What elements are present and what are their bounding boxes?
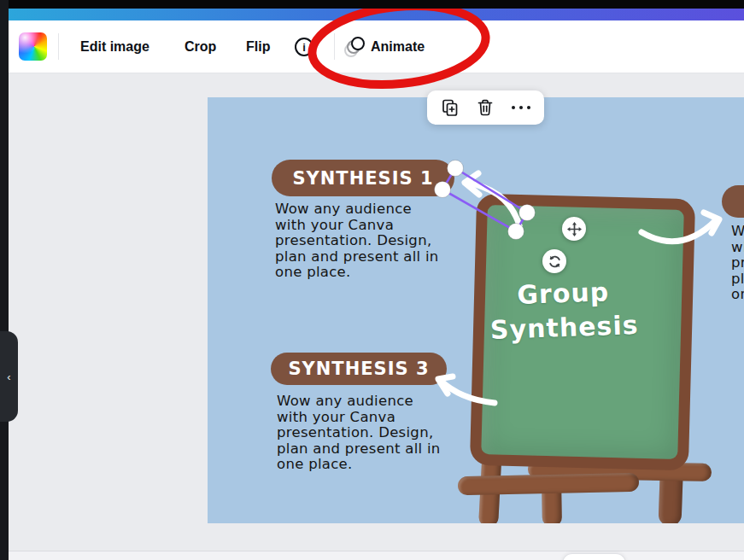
rotate-icon — [548, 254, 562, 269]
body3-line2: with your Canva — [277, 410, 441, 426]
duplicate-button[interactable] — [437, 95, 463, 120]
chevron-left-icon: ‹ — [7, 371, 10, 382]
move-cross-icon — [567, 222, 582, 236]
animate-icon[interactable] — [344, 37, 367, 58]
more-options-button[interactable] — [508, 95, 534, 120]
body2-line1: Wow any audience — [731, 224, 744, 240]
info-button[interactable]: i — [295, 38, 313, 56]
synthesis1-label: SYNTHESIS 1 — [292, 168, 433, 189]
body1-line3: presentation. Design, — [275, 233, 439, 249]
board-title[interactable]: Group Synthesis — [487, 274, 641, 347]
top-gradient-strip — [0, 9, 744, 20]
left-edge-strip — [0, 0, 9, 560]
body3-line5: one place. — [277, 457, 441, 473]
body-text-2-partial[interactable]: Wow any audience with your Canva present… — [731, 224, 744, 303]
body2-line3: presentation. Design, — [731, 255, 744, 271]
board-title-line2: Synthesis — [488, 308, 641, 347]
top-toolbar: Edit image Crop Flip i Animate — [0, 20, 744, 73]
body1-line2: with your Canva — [275, 218, 439, 234]
canva-editor: Group Synthesis SYNTHESIS 1 Wow any audi… — [0, 0, 744, 560]
synthesis3-label: SYNTHESIS 3 — [288, 359, 429, 379]
floating-toolbar — [427, 90, 544, 125]
body2-line2: with your Canva — [731, 240, 744, 256]
body2-line4: plan and present all in — [731, 271, 744, 288]
rotate-handle[interactable] — [542, 249, 566, 273]
body-text-1[interactable]: Wow any audience with your Canva present… — [275, 201, 439, 281]
synthesis1-pill[interactable]: SYNTHESIS 1 — [272, 160, 454, 196]
delete-button[interactable] — [472, 95, 498, 120]
body1-line5: one place. — [275, 265, 439, 281]
bottom-bar — [0, 551, 744, 560]
top-black-bar — [0, 0, 744, 9]
body1-line4: plan and present all in — [275, 249, 439, 265]
board-title-line1: Group — [487, 274, 640, 313]
trash-icon — [476, 98, 495, 117]
body1-line1: Wow any audience — [275, 201, 439, 218]
flip-button[interactable]: Flip — [246, 20, 270, 73]
toolbar-divider-2 — [334, 33, 335, 60]
crop-button[interactable]: Crop — [185, 20, 216, 73]
synthesis3-pill[interactable]: SYNTHESIS 3 — [271, 353, 447, 385]
synthesis2-pill-partial[interactable] — [722, 185, 744, 218]
edit-image-button[interactable]: Edit image — [80, 20, 149, 73]
body3-line1: Wow any audience — [277, 394, 441, 410]
bottom-control-pill[interactable] — [562, 553, 626, 560]
sidebar-collapse-tab[interactable]: ‹ — [0, 331, 18, 422]
body-text-3[interactable]: Wow any audience with your Canva present… — [277, 394, 441, 473]
color-swatch-button[interactable] — [19, 32, 47, 61]
move-handle[interactable] — [562, 217, 586, 241]
body3-line4: plan and present all in — [277, 441, 441, 458]
body3-line3: presentation. Design, — [277, 425, 441, 441]
easel-crossbar-lower — [458, 473, 639, 495]
info-icon: i — [302, 41, 306, 54]
slide-canvas[interactable]: Group Synthesis SYNTHESIS 1 Wow any audi… — [208, 97, 744, 523]
duplicate-icon — [441, 98, 460, 117]
body2-line5: one place. — [731, 287, 744, 303]
ellipsis-icon — [512, 106, 531, 110]
animate-button[interactable]: Animate — [371, 20, 425, 73]
toolbar-divider-1 — [58, 33, 59, 60]
